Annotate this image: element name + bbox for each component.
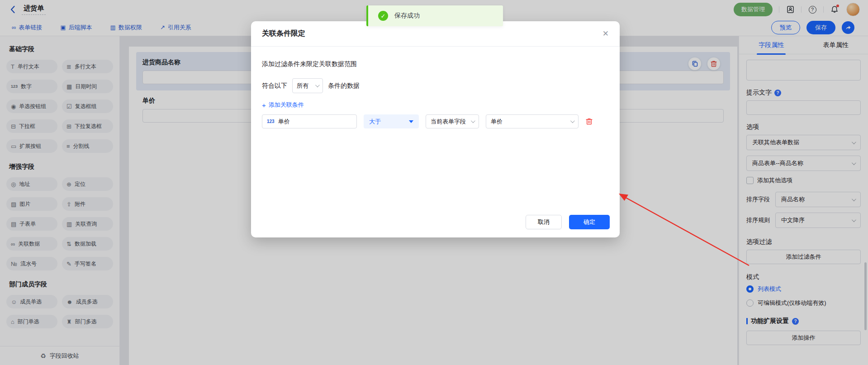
add-relation-condition-link[interactable]: + 添加关联条件 [262,101,609,109]
condition-field-value: 单价 [278,118,290,126]
match-type-select[interactable]: 所有 [292,78,323,93]
condition-operator-value: 大于 [369,118,381,126]
condition-field-select[interactable]: 123 单价 [262,114,357,128]
cancel-button[interactable]: 取消 [526,215,562,229]
success-check-icon: ✓ [378,11,388,21]
chevron-down-icon [570,119,575,123]
condition-value-select[interactable]: 单价 [486,114,579,128]
chevron-down-icon [315,83,320,87]
trash-icon [585,118,593,125]
plus-icon: + [262,101,266,109]
condition-row: 123 单价 大于 当前表单字段 单价 [262,114,609,128]
condition-operator-select[interactable]: 大于 [364,114,419,128]
relation-condition-dialog: 关联条件限定 ✕ 添加过滤条件来限定关联数据范围 符合以下 所有 条件的数据 +… [251,21,620,237]
match-prefix-label: 符合以下 [262,82,287,90]
confirm-button[interactable]: 确定 [569,215,610,229]
condition-source-select[interactable]: 当前表单字段 [426,114,479,128]
chevron-down-icon [471,119,475,123]
condition-value-value: 单价 [491,118,503,126]
close-icon[interactable]: ✕ [602,29,609,38]
delete-condition-button[interactable] [585,118,593,125]
caret-down-icon [409,120,413,123]
dialog-title: 关联条件限定 [262,29,305,38]
match-type-value: 所有 [297,82,308,90]
condition-source-value: 当前表单字段 [431,118,466,126]
add-relation-condition-label: 添加关联条件 [269,101,304,109]
success-toast: ✓ 保存成功 [366,5,503,26]
toast-message: 保存成功 [394,12,420,20]
number-type-icon: 123 [267,119,275,124]
dialog-description: 添加过滤条件来限定关联数据范围 [262,60,609,68]
match-suffix-label: 条件的数据 [328,82,360,90]
